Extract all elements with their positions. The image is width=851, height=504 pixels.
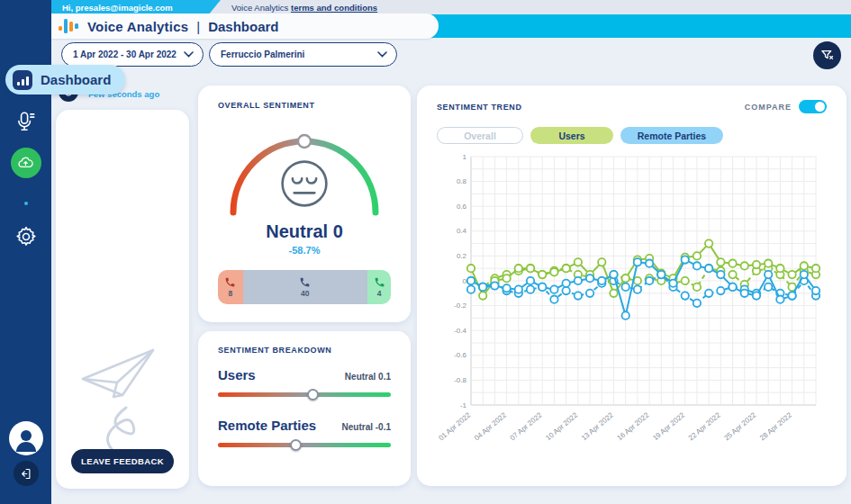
svg-text:-1: -1 (460, 401, 467, 410)
nav-indicator-dot (0, 202, 51, 205)
page-title: Dashboard (208, 19, 278, 34)
breakdown-row-users: Users Neutral 0.1 (218, 367, 391, 400)
microphone-icon (14, 110, 38, 133)
phone-icon (224, 276, 236, 288)
svg-text:07 Apr 2022: 07 Apr 2022 (509, 410, 544, 442)
phone-icon (374, 276, 385, 288)
sidebar-item-label: Dashboard (41, 72, 111, 87)
date-range-select[interactable]: 1 Apr 2022 - 30 Apr 2022 (61, 42, 204, 67)
svg-text:-0.2: -0.2 (454, 302, 466, 310)
recordings-nav-item[interactable] (0, 110, 51, 133)
cloud-upload-icon (17, 155, 34, 172)
sentiment-breakdown-card: SENTIMENT BREAKDOWN Users Neutral 0.1 Re… (198, 331, 411, 486)
card-title: SENTIMENT TREND (437, 103, 522, 112)
svg-text:28 Apr 2022: 28 Apr 2022 (758, 410, 793, 442)
person-icon (9, 421, 43, 455)
header-bar: Voice Analytics | Dashboard (51, 14, 851, 38)
sentiment-value-label: Neutral 0 (218, 221, 391, 242)
chevron-down-icon (184, 51, 194, 58)
terms-link[interactable]: terms and conditions (291, 3, 377, 13)
neutral-calls-segment[interactable]: 40 (243, 270, 367, 304)
user-filter-select[interactable]: Ferruccio Palmerini (209, 42, 397, 67)
svg-text:25 Apr 2022: 25 Apr 2022 (722, 410, 757, 442)
terms-prefix: Voice Analytics (231, 3, 291, 13)
bar-chart-icon (13, 70, 32, 90)
svg-text:04 Apr 2022: 04 Apr 2022 (473, 410, 508, 442)
phone-icon (299, 276, 311, 288)
sidebar-item-dashboard[interactable]: Dashboard (5, 65, 125, 94)
negative-calls-segment[interactable]: 8 (218, 270, 243, 304)
card-title: SENTIMENT BREAKDOWN (218, 346, 391, 355)
breakdown-value: Neutral -0.1 (342, 422, 391, 432)
title-separator: | (196, 19, 200, 34)
neutral-call-count: 40 (301, 289, 309, 298)
breakdown-row-remote-parties: Remote Parties Neutral -0.1 (218, 418, 391, 451)
chevron-down-icon (377, 51, 387, 58)
compare-toggle[interactable] (799, 100, 827, 113)
svg-text:19 Apr 2022: 19 Apr 2022 (651, 410, 686, 442)
logout-button[interactable] (0, 461, 51, 486)
svg-text:-0.4: -0.4 (454, 327, 466, 335)
svg-text:22 Apr 2022: 22 Apr 2022 (687, 410, 722, 442)
slider-knob[interactable] (290, 439, 302, 451)
svg-text:0: 0 (463, 277, 467, 285)
calls-distribution-bar: 8 40 4 (218, 270, 391, 304)
voice-analytics-logo-icon (59, 18, 78, 34)
slider-track (218, 392, 391, 397)
sentiment-gauge (223, 121, 385, 218)
tab-remote-parties[interactable]: Remote Parties (620, 127, 723, 144)
slider-knob[interactable] (307, 389, 319, 400)
settings-nav-item[interactable] (0, 225, 51, 248)
voice-analytics-dashboard: Hi, presales@imagicle.com Voice Analytic… (0, 0, 851, 504)
gear-icon (14, 225, 38, 248)
trend-series-tabs: Overall Users Remote Parties (437, 127, 827, 144)
logout-icon (19, 467, 32, 481)
sentiment-trend-card: SENTIMENT TREND COMPARE Overall Users Re… (417, 86, 846, 486)
filter-x-icon (819, 48, 835, 63)
app-title: Voice Analytics (87, 19, 188, 34)
positive-call-count: 4 (377, 289, 382, 298)
negative-call-count: 8 (228, 289, 232, 298)
user-avatar[interactable] (0, 421, 51, 455)
cloud-sync-nav-item[interactable] (0, 148, 51, 178)
neutral-face-icon (277, 157, 331, 214)
overall-sentiment-card: OVERALL SENTIMENT (198, 86, 411, 322)
leave-feedback-button[interactable]: LEAVE FEEDBACK (71, 449, 174, 473)
svg-text:01 Apr 2022: 01 Apr 2022 (437, 410, 472, 442)
clear-filters-button[interactable] (813, 41, 841, 69)
svg-text:0.8: 0.8 (457, 177, 467, 185)
compare-label: COMPARE (745, 103, 792, 112)
breakdown-label: Remote Parties (218, 418, 316, 433)
svg-text:0.4: 0.4 (457, 227, 467, 235)
slider-track (218, 443, 391, 447)
trend-chart-area: -1-0.8-0.6-0.4-0.200.20.40.60.8101 Apr 2… (437, 148, 827, 468)
tab-overall[interactable]: Overall (437, 127, 523, 144)
gauge-knob (298, 135, 311, 148)
svg-text:16 Apr 2022: 16 Apr 2022 (616, 410, 651, 442)
breakdown-value: Neutral 0.1 (345, 372, 391, 382)
trend-chart[interactable]: -1-0.8-0.6-0.4-0.200.20.40.60.8101 Apr 2… (437, 148, 827, 464)
svg-text:1: 1 (463, 153, 467, 161)
svg-text:13 Apr 2022: 13 Apr 2022 (580, 410, 615, 442)
date-range-value: 1 Apr 2022 - 30 Apr 2022 (73, 50, 177, 59)
user-filter-value: Ferruccio Palmerini (221, 50, 304, 59)
svg-text:0.6: 0.6 (457, 202, 467, 211)
svg-text:-0.6: -0.6 (454, 351, 466, 359)
svg-text:0.2: 0.2 (457, 252, 467, 260)
sentiment-delta: -58.7% (218, 245, 391, 256)
svg-text:-0.8: -0.8 (454, 376, 466, 384)
remote-parties-sentiment-slider (218, 438, 391, 451)
header-title-area: Voice Analytics | Dashboard (51, 14, 439, 39)
svg-text:10 Apr 2022: 10 Apr 2022 (544, 410, 579, 442)
feedback-card: LEAVE FEEDBACK (56, 110, 189, 489)
breakdown-label: Users (218, 367, 256, 382)
users-sentiment-slider (218, 388, 391, 400)
tab-users[interactable]: Users (530, 127, 613, 144)
toggle-knob (815, 102, 825, 112)
card-title: OVERALL SENTIMENT (218, 101, 391, 110)
positive-calls-segment[interactable]: 4 (367, 270, 391, 304)
